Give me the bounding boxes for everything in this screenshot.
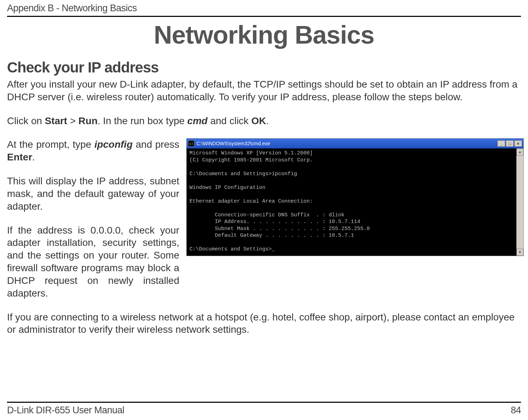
close-button[interactable]: × bbox=[514, 140, 522, 147]
scroll-up-icon[interactable]: ▲ bbox=[516, 148, 523, 155]
hotspot-paragraph: If you are connecting to a wireless netw… bbox=[7, 311, 521, 336]
terminal-line: (C) Copyright 1985-2001 Microsoft Corp. bbox=[189, 157, 313, 163]
text-fragment: . bbox=[266, 115, 269, 126]
text-fragment: and click bbox=[207, 115, 251, 126]
enter-label: Enter bbox=[7, 152, 32, 163]
appendix-label: Appendix B - Networking Basics bbox=[7, 3, 521, 14]
terminal-line: Subnet Mask . . . . . . . . . . . : 255.… bbox=[189, 226, 370, 232]
step-run-cmd: Click on Start > Run. In the run box typ… bbox=[7, 115, 521, 127]
footer-page-number: 84 bbox=[511, 405, 521, 416]
terminal-output: Microsoft Windows XP [Version 5.1.2600] … bbox=[187, 148, 523, 256]
titlebar-left: c:\ C:\WINDOWS\system32\cmd.exe bbox=[188, 140, 270, 147]
scrollbar[interactable]: ▲ ▼ bbox=[516, 148, 523, 256]
right-column: c:\ C:\WINDOWS\system32\cmd.exe _ □ × Mi… bbox=[186, 138, 524, 256]
terminal-line: C:\Documents and Settings>_ bbox=[189, 246, 275, 252]
scroll-down-icon[interactable]: ▼ bbox=[516, 249, 523, 256]
start-label: Start bbox=[45, 115, 67, 126]
cmd-window: c:\ C:\WINDOWS\system32\cmd.exe _ □ × Mi… bbox=[186, 138, 524, 256]
terminal-line: IP Address. . . . . . . . . . . . : 10.5… bbox=[189, 219, 360, 225]
ok-label: OK bbox=[251, 115, 266, 126]
intro-paragraph: After you install your new D-Link adapte… bbox=[7, 78, 521, 103]
cmd-icon: c:\ bbox=[188, 140, 194, 147]
terminal-line: Windows IP Configuration bbox=[189, 185, 265, 191]
text-fragment: > bbox=[67, 115, 78, 126]
footer-manual-label: D-Link DIR-655 User Manual bbox=[7, 405, 124, 416]
text-fragment: . In the run box type bbox=[98, 115, 187, 126]
text-fragment: Click on bbox=[7, 115, 45, 126]
terminal-line: Ethernet adapter Local Area Connection: bbox=[189, 198, 313, 204]
left-column: At the prompt, type ipconfig and press E… bbox=[7, 138, 179, 299]
window-titlebar: c:\ C:\WINDOWS\system32\cmd.exe _ □ × bbox=[187, 139, 523, 148]
text-fragment: . bbox=[32, 152, 35, 163]
text-fragment: At the prompt, type bbox=[7, 139, 94, 150]
terminal-line: C:\Documents and Settings>ipconfig bbox=[189, 171, 297, 177]
minimize-button[interactable]: _ bbox=[497, 140, 505, 147]
page-footer: D-Link DIR-655 User Manual 84 bbox=[7, 402, 521, 416]
window-title: C:\WINDOWS\system32\cmd.exe bbox=[197, 141, 270, 146]
ipconfig-text: ipconfig bbox=[94, 139, 133, 150]
section-heading: Check your IP address bbox=[7, 59, 521, 76]
zero-address-paragraph: If the address is 0.0.0.0, check your ad… bbox=[7, 224, 179, 300]
page-header: Appendix B - Networking Basics bbox=[7, 0, 521, 17]
terminal-line: Connection-specific DNS Suffix . : dlink bbox=[189, 212, 345, 218]
prompt-paragraph: At the prompt, type ipconfig and press E… bbox=[7, 138, 179, 164]
text-fragment: and press bbox=[133, 139, 179, 150]
terminal-line: Microsoft Windows XP [Version 5.1.2600] bbox=[189, 150, 313, 156]
content-row: At the prompt, type ipconfig and press E… bbox=[7, 138, 521, 299]
page-title: Networking Basics bbox=[7, 20, 521, 49]
cmd-text: cmd bbox=[187, 115, 208, 126]
maximize-button[interactable]: □ bbox=[506, 140, 514, 147]
display-paragraph: This will display the IP address, subnet… bbox=[7, 175, 179, 212]
terminal-line: Default Gateway . . . . . . . . . : 10.5… bbox=[189, 233, 354, 238]
run-label: Run bbox=[78, 115, 97, 126]
window-buttons: _ □ × bbox=[497, 140, 522, 147]
